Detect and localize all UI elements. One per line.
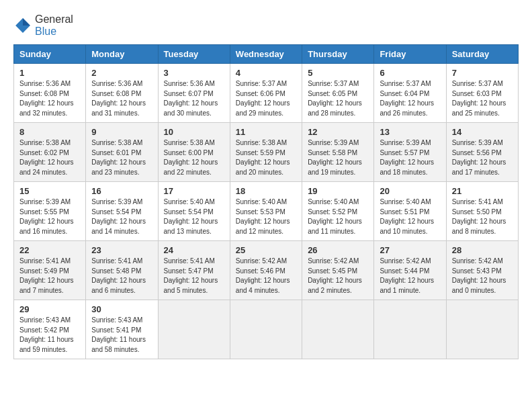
calendar-cell: 21Sunrise: 5:41 AM Sunset: 5:50 PM Dayli… [446,182,518,241]
day-number: 10 [164,127,224,137]
day-number: 16 [91,186,152,196]
day-number: 29 [19,304,80,314]
day-number: 11 [236,127,296,137]
calendar-cell: 5Sunrise: 5:37 AM Sunset: 6:05 PM Daylig… [302,64,374,123]
day-info: Sunrise: 5:41 AM Sunset: 5:49 PM Dayligh… [19,257,80,295]
calendar-cell: 7Sunrise: 5:37 AM Sunset: 6:03 PM Daylig… [446,64,518,123]
calendar-cell: 22Sunrise: 5:41 AM Sunset: 5:49 PM Dayli… [14,241,86,300]
calendar-cell: 10Sunrise: 5:38 AM Sunset: 6:00 PM Dayli… [158,123,230,182]
svg-marker-1 [23,18,30,26]
day-info: Sunrise: 5:38 AM Sunset: 5:59 PM Dayligh… [236,138,296,177]
day-info: Sunrise: 5:41 AM Sunset: 5:48 PM Dayligh… [91,257,152,295]
day-number: 30 [91,304,152,314]
calendar-week-row: 29Sunrise: 5:43 AM Sunset: 5:42 PM Dayli… [14,300,519,359]
day-number: 25 [236,245,296,255]
day-info: Sunrise: 5:39 AM Sunset: 5:54 PM Dayligh… [91,197,152,236]
day-info: Sunrise: 5:41 AM Sunset: 5:50 PM Dayligh… [452,197,513,236]
column-header-saturday: Saturday [446,45,518,64]
day-info: Sunrise: 5:40 AM Sunset: 5:51 PM Dayligh… [380,197,440,236]
calendar-cell [374,300,446,359]
day-number: 8 [19,127,80,137]
day-number: 26 [308,245,368,255]
day-number: 7 [452,68,513,78]
day-number: 6 [380,68,440,78]
day-info: Sunrise: 5:43 AM Sunset: 5:42 PM Dayligh… [19,316,80,355]
day-info: Sunrise: 5:36 AM Sunset: 6:08 PM Dayligh… [19,79,80,118]
day-info: Sunrise: 5:36 AM Sunset: 6:08 PM Dayligh… [91,79,152,118]
day-number: 18 [236,186,296,196]
column-header-sunday: Sunday [14,45,86,64]
day-number: 15 [19,186,80,196]
day-info: Sunrise: 5:38 AM Sunset: 6:01 PM Dayligh… [91,138,152,177]
day-number: 12 [308,127,368,137]
calendar-cell: 23Sunrise: 5:41 AM Sunset: 5:48 PM Dayli… [86,241,158,300]
column-header-tuesday: Tuesday [158,45,230,64]
calendar-cell: 28Sunrise: 5:42 AM Sunset: 5:43 PM Dayli… [446,241,518,300]
column-header-wednesday: Wednesday [230,45,302,64]
calendar-cell: 30Sunrise: 5:43 AM Sunset: 5:41 PM Dayli… [86,300,158,359]
day-number: 14 [452,127,513,137]
day-number: 27 [380,245,440,255]
calendar-cell: 9Sunrise: 5:38 AM Sunset: 6:01 PM Daylig… [86,123,158,182]
calendar-week-row: 1Sunrise: 5:36 AM Sunset: 6:08 PM Daylig… [14,64,519,123]
day-info: Sunrise: 5:37 AM Sunset: 6:05 PM Dayligh… [308,79,368,118]
calendar-cell [302,300,374,359]
logo: General Blue [13,13,73,38]
day-number: 13 [380,127,440,137]
calendar-cell: 18Sunrise: 5:40 AM Sunset: 5:53 PM Dayli… [230,182,302,241]
day-number: 5 [308,68,368,78]
calendar-cell: 15Sunrise: 5:39 AM Sunset: 5:55 PM Dayli… [14,182,86,241]
day-info: Sunrise: 5:38 AM Sunset: 6:02 PM Dayligh… [19,138,80,177]
calendar-cell: 12Sunrise: 5:39 AM Sunset: 5:58 PM Dayli… [302,123,374,182]
day-number: 24 [164,245,224,255]
logo-blue-text: Blue [35,26,56,37]
day-info: Sunrise: 5:39 AM Sunset: 5:58 PM Dayligh… [308,138,368,177]
day-info: Sunrise: 5:42 AM Sunset: 5:43 PM Dayligh… [452,257,513,295]
day-info: Sunrise: 5:38 AM Sunset: 6:00 PM Dayligh… [164,138,224,177]
day-info: Sunrise: 5:40 AM Sunset: 5:53 PM Dayligh… [236,197,296,236]
calendar-cell: 4Sunrise: 5:37 AM Sunset: 6:06 PM Daylig… [230,64,302,123]
calendar-cell: 16Sunrise: 5:39 AM Sunset: 5:54 PM Dayli… [86,182,158,241]
day-info: Sunrise: 5:40 AM Sunset: 5:52 PM Dayligh… [308,197,368,236]
column-header-thursday: Thursday [302,45,374,64]
page-header: General Blue [13,13,519,38]
calendar-cell: 14Sunrise: 5:39 AM Sunset: 5:56 PM Dayli… [446,123,518,182]
calendar-cell: 8Sunrise: 5:38 AM Sunset: 6:02 PM Daylig… [14,123,86,182]
calendar-cell: 17Sunrise: 5:40 AM Sunset: 5:54 PM Dayli… [158,182,230,241]
day-number: 1 [19,68,80,78]
calendar-header-row: SundayMondayTuesdayWednesdayThursdayFrid… [14,45,519,64]
calendar-cell: 27Sunrise: 5:42 AM Sunset: 5:44 PM Dayli… [374,241,446,300]
day-number: 21 [452,186,513,196]
day-info: Sunrise: 5:40 AM Sunset: 5:54 PM Dayligh… [164,197,224,236]
calendar-cell: 29Sunrise: 5:43 AM Sunset: 5:42 PM Dayli… [14,300,86,359]
day-info: Sunrise: 5:41 AM Sunset: 5:47 PM Dayligh… [164,257,224,295]
calendar-cell: 13Sunrise: 5:39 AM Sunset: 5:57 PM Dayli… [374,123,446,182]
day-number: 20 [380,186,440,196]
calendar-cell [158,300,230,359]
calendar-cell: 2Sunrise: 5:36 AM Sunset: 6:08 PM Daylig… [86,64,158,123]
day-info: Sunrise: 5:42 AM Sunset: 5:46 PM Dayligh… [236,257,296,295]
day-info: Sunrise: 5:42 AM Sunset: 5:44 PM Dayligh… [380,257,440,295]
calendar-week-row: 8Sunrise: 5:38 AM Sunset: 6:02 PM Daylig… [14,123,519,182]
calendar-cell: 26Sunrise: 5:42 AM Sunset: 5:45 PM Dayli… [302,241,374,300]
day-info: Sunrise: 5:39 AM Sunset: 5:57 PM Dayligh… [380,138,440,177]
day-info: Sunrise: 5:37 AM Sunset: 6:03 PM Dayligh… [452,79,513,118]
calendar-cell: 6Sunrise: 5:37 AM Sunset: 6:04 PM Daylig… [374,64,446,123]
day-number: 9 [91,127,152,137]
day-number: 28 [452,245,513,255]
day-info: Sunrise: 5:39 AM Sunset: 5:55 PM Dayligh… [19,197,80,236]
calendar-cell [230,300,302,359]
calendar-cell: 11Sunrise: 5:38 AM Sunset: 5:59 PM Dayli… [230,123,302,182]
calendar-cell: 24Sunrise: 5:41 AM Sunset: 5:47 PM Dayli… [158,241,230,300]
calendar-cell: 1Sunrise: 5:36 AM Sunset: 6:08 PM Daylig… [14,64,86,123]
day-number: 3 [164,68,224,78]
column-header-monday: Monday [86,45,158,64]
calendar-table: SundayMondayTuesdayWednesdayThursdayFrid… [13,44,519,359]
day-info: Sunrise: 5:43 AM Sunset: 5:41 PM Dayligh… [91,316,152,355]
calendar-cell [446,300,518,359]
day-info: Sunrise: 5:37 AM Sunset: 6:04 PM Dayligh… [380,79,440,118]
day-number: 17 [164,186,224,196]
calendar-cell: 19Sunrise: 5:40 AM Sunset: 5:52 PM Dayli… [302,182,374,241]
day-info: Sunrise: 5:39 AM Sunset: 5:56 PM Dayligh… [452,138,513,177]
column-header-friday: Friday [374,45,446,64]
